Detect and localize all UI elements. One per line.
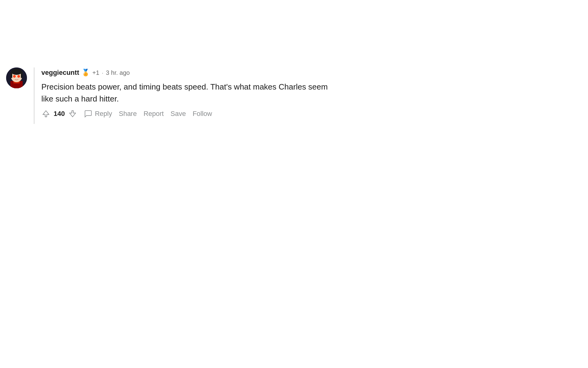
comment-section: veggiecuntt 🏅 +1 · 3 hr. ago Precision b…	[0, 0, 429, 124]
avatar[interactable]	[6, 67, 27, 88]
comment: veggiecuntt 🏅 +1 · 3 hr. ago Precision b…	[6, 67, 429, 124]
svg-point-9	[14, 76, 15, 77]
share-button[interactable]: Share	[119, 110, 137, 118]
username[interactable]: veggiecuntt	[41, 69, 79, 77]
comment-body: veggiecuntt 🏅 +1 · 3 hr. ago Precision b…	[34, 67, 328, 124]
karma-badge: +1	[92, 69, 99, 76]
reply-button[interactable]: Reply	[84, 109, 112, 118]
report-button[interactable]: Report	[144, 110, 164, 118]
follow-button[interactable]: Follow	[193, 110, 212, 118]
upvote-button[interactable]	[41, 109, 51, 118]
vote-count: 140	[54, 110, 65, 118]
upvote-icon	[41, 109, 51, 118]
downvote-button[interactable]	[68, 109, 77, 118]
comment-header: veggiecuntt 🏅 +1 · 3 hr. ago	[41, 69, 328, 77]
timestamp: 3 hr. ago	[106, 69, 130, 76]
reply-icon	[84, 109, 92, 118]
vote-section: 140	[41, 109, 77, 118]
comment-actions: 140 Reply Share	[41, 109, 328, 118]
flair-icon: 🏅	[81, 69, 90, 77]
save-button[interactable]: Save	[171, 110, 186, 118]
downvote-icon	[68, 109, 77, 118]
separator: ·	[102, 69, 104, 76]
svg-point-10	[18, 76, 19, 77]
comment-text: Precision beats power, and timing beats …	[41, 81, 328, 105]
